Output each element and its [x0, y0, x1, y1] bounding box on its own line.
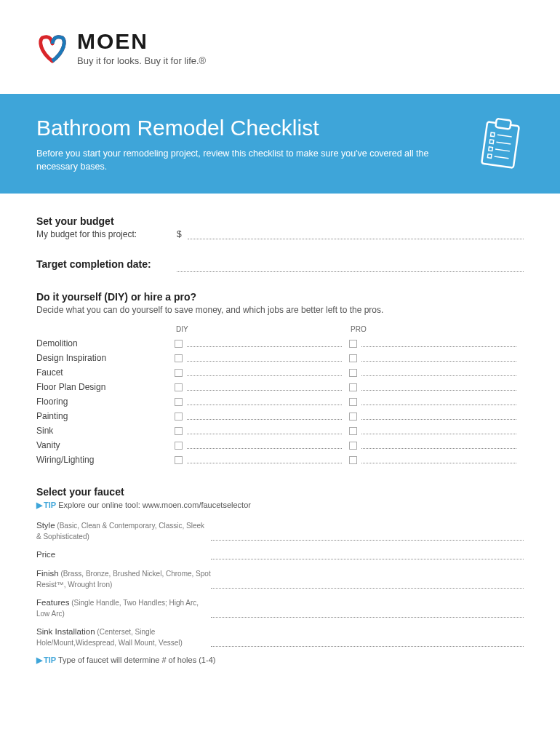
faucet-row-label: Sink Installation (Centerset, Single Hol…	[36, 626, 211, 648]
faucet-tip-1: ▶TIP Explore our online tool: www.moen.c…	[36, 501, 524, 510]
checkbox[interactable]	[175, 456, 183, 464]
tip-label: TIP	[44, 656, 56, 664]
diy-item-label: Demolition	[36, 336, 175, 351]
checkbox[interactable]	[175, 383, 183, 391]
tip-caret-icon: ▶	[36, 501, 42, 509]
budget-input-line[interactable]	[188, 231, 524, 239]
note-line[interactable]	[361, 369, 516, 376]
tip-label: TIP	[44, 501, 56, 509]
faucet-row-label: Style (Basic, Clean & Contemporary, Clas…	[36, 520, 211, 542]
note-line[interactable]	[187, 340, 342, 347]
tip-caret-icon: ▶	[36, 656, 42, 664]
checkbox[interactable]	[349, 383, 357, 391]
page: MOEN Buy it for looks. Buy it for life.®…	[0, 0, 560, 701]
faucet-input-line[interactable]	[211, 549, 524, 559]
faucet-row: Price	[36, 549, 524, 561]
note-line[interactable]	[361, 413, 516, 420]
note-line[interactable]	[361, 456, 516, 463]
svg-line-5	[496, 142, 511, 144]
faucet-row: Style (Basic, Clean & Contemporary, Clas…	[36, 520, 524, 542]
pro-cell	[349, 365, 524, 380]
checkbox[interactable]	[349, 456, 357, 464]
checkbox[interactable]	[175, 369, 183, 377]
diy-cell	[175, 380, 349, 394]
faucet-row: Finish (Brass, Bronze, Brushed Nickel, C…	[36, 568, 524, 590]
budget-field: My budget for this project: $	[36, 229, 524, 239]
checkbox[interactable]	[349, 340, 357, 348]
dollar-sign: $	[177, 229, 182, 239]
checkbox[interactable]	[349, 427, 357, 435]
note-line[interactable]	[361, 442, 516, 449]
diy-item-label: Painting	[36, 409, 175, 423]
diy-desc: Decide what you can do yourself to save …	[36, 305, 524, 315]
checkbox[interactable]	[175, 413, 183, 421]
svg-rect-8	[487, 154, 492, 158]
diy-cell	[175, 351, 349, 365]
note-line[interactable]	[187, 456, 342, 463]
pro-cell	[349, 438, 524, 453]
diy-title: Do it yourself (DIY) or hire a pro?	[36, 291, 524, 303]
note-line[interactable]	[187, 413, 342, 420]
target-date-label: Target completion date:	[36, 258, 171, 270]
pro-cell	[349, 423, 524, 438]
note-line[interactable]	[361, 340, 516, 347]
checkbox[interactable]	[175, 427, 183, 435]
diy-item-label: Faucet	[36, 365, 175, 380]
diy-item-label: Wiring/Lighting	[36, 453, 175, 467]
pro-cell	[349, 409, 524, 423]
faucet-input-line[interactable]	[211, 578, 524, 589]
diy-col-header: DIY	[175, 325, 349, 336]
note-line[interactable]	[187, 398, 342, 405]
clipboard-icon	[477, 118, 524, 172]
diy-cell	[175, 438, 349, 453]
target-date-field: Target completion date:	[36, 258, 524, 272]
faucet-input-line[interactable]	[211, 637, 524, 647]
note-line[interactable]	[187, 354, 342, 362]
target-date-section: Target completion date:	[36, 258, 524, 272]
faucet-row: Features (Single Handle, Two Handles; Hi…	[36, 597, 524, 619]
svg-rect-6	[489, 146, 493, 151]
note-line[interactable]	[361, 354, 516, 362]
diy-item-label: Flooring	[36, 394, 175, 409]
checkbox[interactable]	[349, 442, 357, 450]
diy-cell	[175, 394, 349, 409]
note-line[interactable]	[361, 427, 516, 434]
checkbox[interactable]	[175, 398, 183, 406]
checkbox[interactable]	[175, 354, 183, 362]
note-line[interactable]	[187, 383, 342, 391]
logo-text-block: MOEN Buy it for looks. Buy it for life.®	[77, 29, 206, 66]
diy-cell	[175, 409, 349, 423]
diy-cell	[175, 365, 349, 380]
target-date-input-line[interactable]	[177, 263, 524, 272]
diy-grid: DIY PRO DemolitionDesign InspirationFauc…	[36, 325, 524, 467]
checkbox[interactable]	[349, 398, 357, 406]
note-line[interactable]	[187, 369, 342, 376]
banner-text: Bathroom Remodel Checklist Before you st…	[36, 116, 477, 173]
diy-item-label: Floor Plan Design	[36, 380, 175, 394]
banner-title: Bathroom Remodel Checklist	[36, 116, 463, 140]
note-line[interactable]	[187, 442, 342, 449]
faucet-input-line[interactable]	[211, 607, 524, 618]
pro-cell	[349, 394, 524, 409]
diy-item-label: Vanity	[36, 438, 175, 453]
faucet-row-label: Features (Single Handle, Two Handles; Hi…	[36, 597, 211, 619]
faucet-input-line[interactable]	[211, 530, 524, 541]
note-line[interactable]	[361, 383, 516, 391]
svg-rect-4	[489, 139, 494, 143]
faucet-grid: Style (Basic, Clean & Contemporary, Clas…	[36, 520, 524, 648]
checkbox[interactable]	[175, 340, 183, 348]
faucet-row: Sink Installation (Centerset, Single Hol…	[36, 626, 524, 648]
checkbox[interactable]	[349, 413, 357, 421]
pro-cell	[349, 380, 524, 394]
diy-cell	[175, 453, 349, 467]
svg-line-3	[497, 135, 512, 137]
tagline: Buy it for looks. Buy it for life.®	[77, 55, 206, 66]
faucet-tip-2: ▶TIP Type of faucet will determine # of …	[36, 656, 524, 665]
checkbox[interactable]	[349, 354, 357, 362]
pro-cell	[349, 336, 524, 351]
checkbox[interactable]	[175, 442, 183, 450]
svg-line-9	[495, 156, 509, 158]
checkbox[interactable]	[349, 369, 357, 377]
note-line[interactable]	[187, 427, 342, 434]
note-line[interactable]	[361, 398, 516, 405]
